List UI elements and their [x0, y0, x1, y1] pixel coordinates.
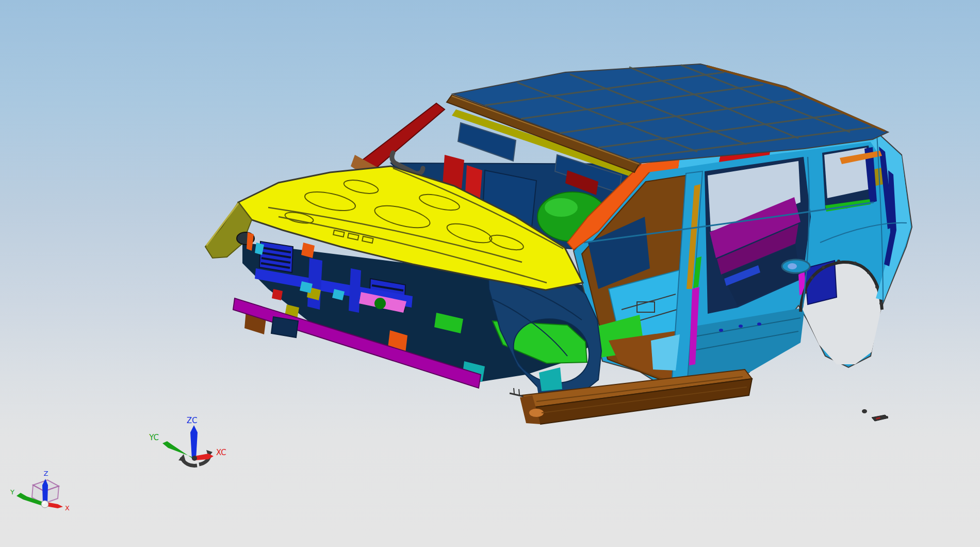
- floating-fasteners[interactable]: [862, 409, 888, 421]
- tow-bracket[interactable]: [271, 317, 298, 337]
- wcs-zc-axis[interactable]: [190, 425, 198, 459]
- wcs-zc-label: ZC: [187, 416, 198, 425]
- wcs-yc-axis[interactable]: [162, 441, 194, 460]
- transmission-hump-highlight: [545, 198, 578, 217]
- abs-y-label: Y: [10, 488, 14, 496]
- board-stud-1: [514, 388, 514, 394]
- cad-3d-viewport[interactable]: ZC YC XC Z Y X: [0, 0, 980, 547]
- wcs-xc-axis[interactable]: [194, 454, 214, 460]
- front-strut-blue-2[interactable]: [349, 268, 361, 313]
- wcs-origin[interactable]: [192, 456, 197, 461]
- fastener-nub: [885, 416, 888, 418]
- abs-origin-sphere: [41, 501, 48, 508]
- fastener-bolt[interactable]: [862, 409, 867, 413]
- board-rod: [510, 393, 523, 396]
- engine-bay-dark-green-cap[interactable]: [374, 298, 386, 309]
- wcs-handle-arrowhead-left: [178, 454, 186, 461]
- absolute-triad: Z Y X: [10, 470, 70, 512]
- sill-cyan-garnish[interactable]: [651, 334, 680, 371]
- abs-x-label: X: [65, 504, 70, 512]
- abs-origin-sphere-glint: [43, 502, 45, 504]
- rear-door-handle[interactable]: [782, 260, 810, 273]
- abs-x-axis: [46, 502, 63, 508]
- rear-wheel-arch[interactable]: [798, 260, 883, 364]
- board-stud-2: [519, 389, 519, 395]
- wcs-xc-label: XC: [216, 448, 226, 457]
- handle-glint: [788, 263, 797, 269]
- wcs-triad[interactable]: ZC YC XC: [149, 416, 226, 465]
- abs-z-label: Z: [44, 470, 48, 477]
- wcs-yc-label: YC: [149, 433, 159, 442]
- board-copper-highlight: [529, 409, 544, 417]
- apillar-inner-red[interactable]: [361, 103, 445, 170]
- model-canvas[interactable]: ZC YC XC Z Y X: [0, 0, 980, 547]
- arch-teal-sliver[interactable]: [539, 367, 562, 391]
